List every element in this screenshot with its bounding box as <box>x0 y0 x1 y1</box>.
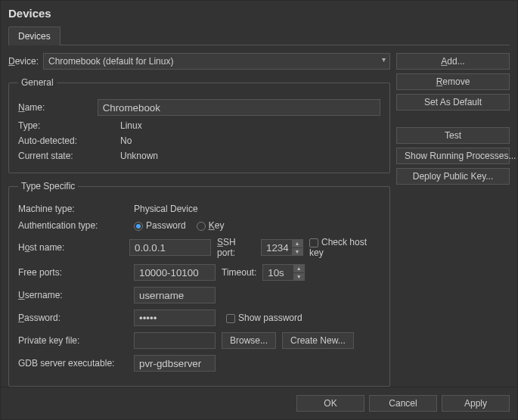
auth-key-radio[interactable]: Key <box>197 220 225 231</box>
devices-dialog: Devices Devices Device: Chromebook (defa… <box>0 0 518 420</box>
machine-label: Machine type: <box>18 204 128 214</box>
dialog-title: Devices <box>1 1 517 21</box>
host-label: Host name: <box>18 242 123 253</box>
auth-label: Authentication type: <box>18 220 128 231</box>
device-combo[interactable]: Chromebook (default for Linux) <box>43 53 390 70</box>
browse-button[interactable]: Browse... <box>222 332 276 349</box>
tab-devices[interactable]: Devices <box>8 26 60 45</box>
user-input[interactable] <box>134 287 216 303</box>
device-row: Device: Chromebook (default for Linux) <box>8 53 390 70</box>
cancel-button[interactable]: Cancel <box>369 395 437 412</box>
general-legend: General <box>18 77 57 88</box>
ssh-spinner[interactable]: ▲▼ <box>292 240 302 255</box>
name-label: Name: <box>18 102 98 113</box>
auto-value: No <box>120 135 380 146</box>
device-label: Device: <box>8 56 39 67</box>
type-label: Type: <box>18 120 120 131</box>
state-label: Current state: <box>18 151 120 161</box>
typespecific-legend: Type Specific <box>18 181 78 191</box>
test-button[interactable]: Test <box>396 127 510 144</box>
device-combo-wrap: Chromebook (default for Linux) <box>43 53 390 70</box>
machine-value: Physical Device <box>134 204 198 214</box>
add-button[interactable]: Add... <box>396 53 510 70</box>
pkf-input <box>134 332 216 349</box>
timeout-label: Timeout: <box>222 267 256 278</box>
name-input[interactable] <box>98 99 380 116</box>
ssh-label: SSH port: <box>217 237 255 258</box>
general-group: General Name: Type: Linux Auto-detected:… <box>8 77 390 173</box>
type-value: Linux <box>120 120 380 131</box>
auth-password-radio[interactable]: Password <box>134 220 186 231</box>
pass-label: Password: <box>18 313 128 323</box>
content: Device: Chromebook (default for Linux) G… <box>8 45 510 387</box>
gdb-label: GDB server executable: <box>18 358 128 369</box>
deploy-key-button[interactable]: Deploy Public Key... <box>396 168 510 185</box>
free-input[interactable] <box>134 264 216 281</box>
auto-label: Auto-detected: <box>18 135 120 146</box>
set-default-button[interactable]: Set As Default <box>396 94 510 110</box>
tab-bar: Devices <box>1 21 517 45</box>
ok-button[interactable]: OK <box>296 395 364 412</box>
typespecific-group: Type Specific Machine type: Physical Dev… <box>8 181 390 387</box>
right-column: Add... Remove Set As Default Test Show R… <box>396 53 510 387</box>
show-procs-button[interactable]: Show Running Processes... <box>396 148 510 164</box>
dialog-buttons: OK Cancel Apply <box>1 387 517 419</box>
user-label: Username: <box>18 290 128 300</box>
pass-input[interactable] <box>134 310 216 326</box>
state-value: Unknown <box>120 151 380 161</box>
left-column: Device: Chromebook (default for Linux) G… <box>8 53 390 387</box>
timeout-spinner[interactable]: ▲▼ <box>293 265 304 280</box>
pkf-label: Private key file: <box>18 335 128 346</box>
free-label: Free ports: <box>18 267 128 278</box>
show-password[interactable]: Show password <box>226 313 302 323</box>
host-input[interactable] <box>129 239 211 256</box>
create-new-button[interactable]: Create New... <box>282 332 354 349</box>
gdb-input[interactable] <box>134 355 216 372</box>
remove-button[interactable]: Remove <box>396 73 510 90</box>
check-host-key[interactable]: Check host key <box>309 237 380 258</box>
apply-button[interactable]: Apply <box>442 395 510 412</box>
